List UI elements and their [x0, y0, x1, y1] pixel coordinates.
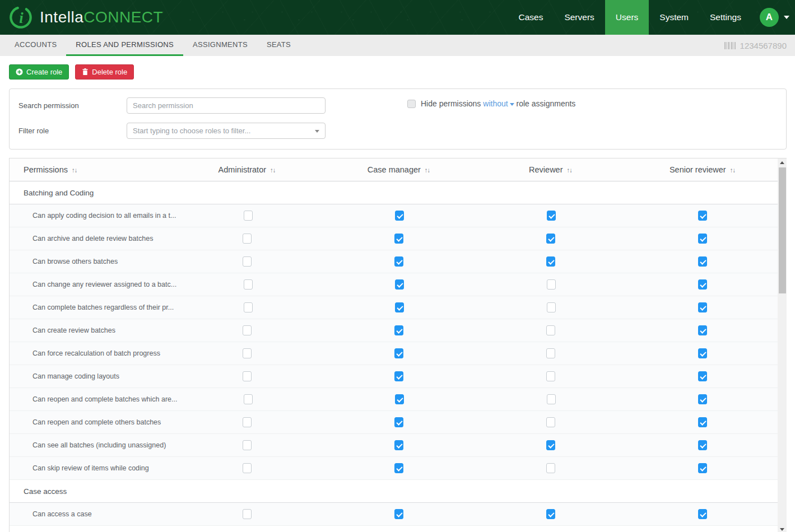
unchecked-checkbox-reviewer[interactable] — [547, 279, 556, 290]
permission-cell-senior_reviewer — [626, 417, 778, 427]
vertical-scrollbar[interactable] — [778, 158, 787, 532]
permission-cell-administrator — [171, 348, 323, 358]
checked-checkbox-senior_reviewer[interactable] — [698, 348, 707, 358]
unchecked-checkbox-reviewer[interactable] — [546, 463, 555, 473]
unchecked-checkbox-administrator[interactable] — [243, 463, 252, 473]
nav-item-users[interactable]: Users — [605, 0, 649, 35]
unchecked-checkbox-administrator[interactable] — [243, 440, 252, 450]
user-menu[interactable]: A — [752, 0, 795, 35]
checked-checkbox-reviewer[interactable] — [546, 256, 555, 267]
nav-item-system[interactable]: System — [649, 0, 699, 35]
unchecked-checkbox-reviewer[interactable] — [546, 371, 555, 381]
checked-checkbox-case_manager[interactable] — [394, 325, 403, 335]
unchecked-checkbox-administrator[interactable] — [243, 256, 252, 267]
scrollbar-thumb[interactable] — [779, 167, 786, 293]
checked-checkbox-case_manager[interactable] — [394, 234, 403, 244]
filter-panel: Search permission Filter role Start typi… — [9, 88, 787, 150]
checked-checkbox-senior_reviewer[interactable] — [698, 234, 707, 244]
sort-icon[interactable]: ↑↓ — [270, 167, 276, 174]
unchecked-checkbox-administrator[interactable] — [244, 302, 253, 312]
tab-assignments[interactable]: ASSIGNMENTS — [183, 35, 257, 56]
checked-checkbox-senior_reviewer[interactable] — [698, 325, 707, 335]
checked-checkbox-senior_reviewer[interactable] — [698, 440, 707, 450]
permission-cell-senior_reviewer — [626, 509, 778, 519]
role-toolbar: Create role Delete role — [0, 56, 795, 80]
checked-checkbox-reviewer[interactable] — [546, 509, 555, 519]
unchecked-checkbox-reviewer[interactable] — [546, 325, 555, 335]
checked-checkbox-case_manager[interactable] — [394, 463, 403, 473]
unchecked-checkbox-administrator[interactable] — [243, 417, 252, 427]
search-permission-input[interactable] — [127, 97, 326, 114]
permission-label: Can skip review of items while coding — [10, 464, 171, 472]
checked-checkbox-senior_reviewer[interactable] — [698, 211, 707, 221]
tab-seats[interactable]: SEATS — [257, 35, 300, 56]
avatar[interactable]: A — [760, 8, 779, 27]
filter-role-select[interactable]: Start typing to choose roles to filter..… — [127, 123, 326, 139]
sort-icon[interactable]: ↑↓ — [425, 167, 430, 174]
sort-icon[interactable]: ↑↓ — [72, 167, 77, 174]
chevron-down-icon[interactable] — [510, 103, 514, 106]
unchecked-checkbox-administrator[interactable] — [243, 371, 252, 381]
checked-checkbox-senior_reviewer[interactable] — [698, 417, 707, 427]
permission-cell-senior_reviewer — [626, 463, 778, 473]
sort-icon[interactable]: ↑↓ — [567, 167, 573, 174]
checked-checkbox-case_manager[interactable] — [395, 302, 404, 312]
checked-checkbox-senior_reviewer[interactable] — [698, 302, 707, 312]
checked-checkbox-case_manager[interactable] — [395, 279, 404, 290]
checked-checkbox-senior_reviewer[interactable] — [698, 509, 707, 519]
checked-checkbox-reviewer[interactable] — [546, 440, 555, 450]
hide-permissions-checkbox[interactable] — [407, 100, 416, 108]
unchecked-checkbox-administrator[interactable] — [244, 211, 253, 221]
permission-row: Can complete batches regardless of their… — [10, 296, 778, 319]
unchecked-checkbox-administrator[interactable] — [244, 394, 253, 404]
unchecked-checkbox-administrator[interactable] — [243, 509, 252, 519]
permission-cell-administrator — [171, 234, 323, 244]
unchecked-checkbox-reviewer[interactable] — [546, 348, 555, 358]
checked-checkbox-reviewer[interactable] — [546, 234, 555, 244]
delete-role-button[interactable]: Delete role — [75, 64, 134, 80]
chevron-down-icon[interactable] — [315, 130, 319, 133]
checked-checkbox-senior_reviewer[interactable] — [698, 279, 707, 290]
unchecked-checkbox-reviewer[interactable] — [547, 394, 556, 404]
checked-checkbox-case_manager[interactable] — [394, 440, 403, 450]
permission-row: Can change any reviewer assigned to a ba… — [10, 273, 778, 296]
checked-checkbox-senior_reviewer[interactable] — [698, 371, 707, 381]
permission-row: Can force recalculation of batch progres… — [10, 342, 778, 365]
permission-cell-senior_reviewer — [626, 325, 778, 335]
unchecked-checkbox-administrator[interactable] — [243, 234, 252, 244]
scroll-down-arrow[interactable] — [778, 525, 787, 532]
scroll-up-arrow[interactable] — [778, 158, 787, 167]
checked-checkbox-case_manager[interactable] — [394, 348, 403, 358]
unchecked-checkbox-administrator[interactable] — [243, 325, 252, 335]
permission-label: Can browse others batches — [10, 258, 171, 265]
checked-checkbox-senior_reviewer[interactable] — [698, 256, 707, 267]
checked-checkbox-senior_reviewer[interactable] — [698, 394, 707, 404]
unchecked-checkbox-reviewer[interactable] — [547, 302, 556, 312]
checked-checkbox-case_manager[interactable] — [394, 509, 403, 519]
tab-accounts[interactable]: ACCOUNTS — [5, 35, 66, 56]
sort-icon[interactable]: ↑↓ — [730, 167, 736, 174]
unchecked-checkbox-administrator[interactable] — [244, 279, 253, 290]
unchecked-checkbox-administrator[interactable] — [243, 348, 252, 358]
checked-checkbox-case_manager[interactable] — [394, 371, 403, 381]
tab-roles-and-permissions[interactable]: ROLES AND PERMISSIONS — [66, 35, 183, 56]
column-label: Senior reviewer — [670, 165, 726, 174]
checked-checkbox-case_manager[interactable] — [394, 256, 403, 267]
barcode-icon — [724, 42, 736, 49]
permission-cell-senior_reviewer — [626, 348, 778, 358]
sub-tabbar: ACCOUNTSROLES AND PERMISSIONSASSIGNMENTS… — [0, 35, 795, 56]
checked-checkbox-senior_reviewer[interactable] — [698, 463, 707, 473]
checked-checkbox-reviewer[interactable] — [547, 211, 556, 221]
without-dropdown-link[interactable]: without — [483, 99, 508, 108]
nav-item-cases[interactable]: Cases — [508, 0, 554, 35]
chevron-down-icon[interactable] — [784, 16, 789, 19]
nav-item-settings[interactable]: Settings — [699, 0, 752, 35]
brand-name: IntellaCONNECT — [40, 8, 163, 26]
unchecked-checkbox-reviewer[interactable] — [546, 417, 555, 427]
checked-checkbox-case_manager[interactable] — [395, 394, 404, 404]
create-role-button[interactable]: Create role — [9, 64, 69, 80]
permission-label: Can complete batches regardless of their… — [10, 304, 173, 311]
nav-item-servers[interactable]: Servers — [554, 0, 605, 35]
checked-checkbox-case_manager[interactable] — [395, 211, 404, 221]
checked-checkbox-case_manager[interactable] — [394, 417, 403, 427]
